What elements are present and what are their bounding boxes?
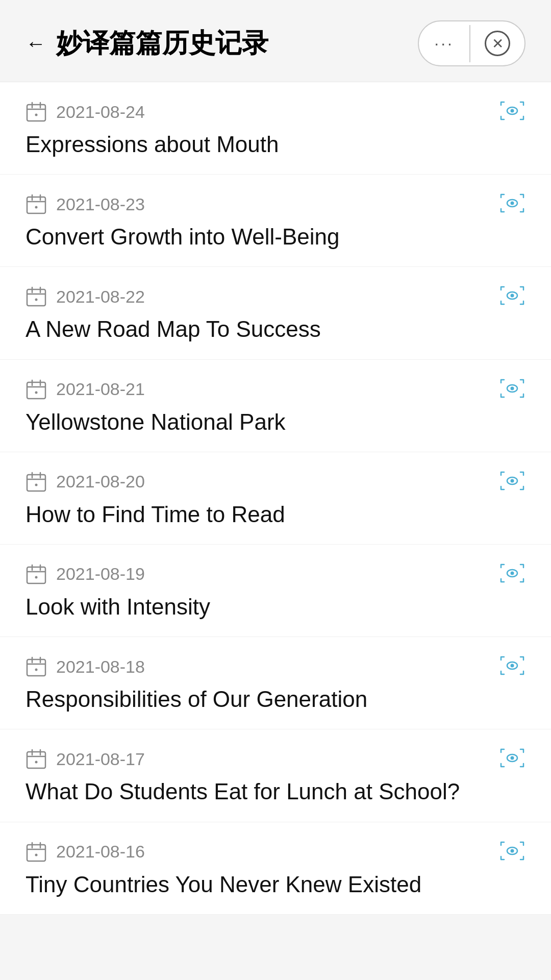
svg-point-46 (35, 669, 38, 671)
list-item[interactable]: 2021-08-16 Tiny Countries You Neve (0, 822, 551, 915)
svg-point-53 (35, 761, 38, 764)
item-date: 2021-08-18 (56, 657, 145, 677)
item-date-row-5: 2021-08-19 (26, 564, 145, 585)
history-list: 2021-08-24 Expressions about Mouth (0, 82, 551, 915)
item-title: A New Road Map To Success (26, 314, 525, 344)
item-date-row-4: 2021-08-20 (26, 471, 145, 493)
svg-point-48 (511, 664, 514, 668)
svg-point-25 (35, 391, 38, 394)
page-title: 妙译篇篇历史记录 (56, 26, 268, 61)
calendar-icon (26, 286, 47, 307)
item-title: What Do Students Eat for Lunch at School… (26, 777, 525, 806)
close-button[interactable]: ✕ (470, 21, 524, 65)
back-button[interactable]: ← (26, 32, 46, 55)
item-meta-6: 2021-08-18 (26, 655, 525, 678)
item-date: 2021-08-19 (56, 564, 145, 584)
view-icon[interactable] (499, 192, 525, 216)
page-header: ← 妙译篇篇历史记录 ··· ✕ (0, 0, 551, 82)
svg-rect-0 (27, 105, 45, 121)
view-icon[interactable] (499, 655, 525, 678)
close-icon: ✕ (485, 31, 510, 56)
list-item[interactable]: 2021-08-17 What Do Students Eat fo (0, 729, 551, 822)
svg-point-6 (511, 109, 514, 113)
svg-rect-49 (27, 752, 45, 768)
svg-point-4 (35, 114, 38, 116)
svg-point-32 (35, 483, 38, 486)
view-icon[interactable] (499, 562, 525, 586)
view-icon[interactable] (499, 840, 525, 864)
svg-point-11 (35, 206, 38, 209)
svg-rect-42 (27, 659, 45, 676)
item-meta-8: 2021-08-16 (26, 840, 525, 864)
calendar-icon (26, 101, 47, 122)
view-icon[interactable] (499, 470, 525, 494)
item-title: Expressions about Mouth (26, 130, 525, 159)
item-date-row-7: 2021-08-17 (26, 748, 145, 770)
list-item[interactable]: 2021-08-23 Convert Growth into Wel (0, 175, 551, 267)
item-date-row-2: 2021-08-22 (26, 286, 145, 307)
svg-point-20 (511, 294, 514, 298)
svg-rect-35 (27, 567, 45, 583)
item-meta-5: 2021-08-19 (26, 562, 525, 586)
header-actions: ··· ✕ (418, 20, 525, 66)
item-meta-1: 2021-08-23 (26, 192, 525, 216)
svg-rect-28 (27, 475, 45, 491)
view-icon[interactable] (499, 100, 525, 124)
svg-rect-21 (27, 382, 45, 399)
calendar-icon (26, 193, 47, 215)
list-item[interactable]: 2021-08-21 Yellowstone National Pa (0, 360, 551, 452)
list-item[interactable]: 2021-08-22 A New Road Map To Succe (0, 267, 551, 359)
list-item[interactable]: 2021-08-18 Responsibilities of Our (0, 637, 551, 729)
header-left: ← 妙译篇篇历史记录 (26, 26, 268, 61)
svg-point-55 (511, 756, 514, 760)
item-date: 2021-08-17 (56, 749, 145, 769)
item-title: How to Find Time to Read (26, 500, 525, 529)
svg-rect-14 (27, 289, 45, 306)
more-button[interactable]: ··· (419, 25, 470, 62)
view-icon[interactable] (499, 285, 525, 308)
view-icon[interactable] (499, 747, 525, 771)
item-date-row-0: 2021-08-24 (26, 101, 145, 122)
calendar-icon (26, 656, 47, 677)
item-date: 2021-08-20 (56, 472, 145, 492)
item-date: 2021-08-16 (56, 842, 145, 862)
item-title: Responsibilities of Our Generation (26, 684, 525, 714)
svg-point-60 (35, 853, 38, 856)
list-item[interactable]: 2021-08-24 Expressions about Mouth (0, 82, 551, 175)
svg-point-39 (35, 576, 38, 578)
item-title: Convert Growth into Well-Being (26, 222, 525, 251)
item-date-row-8: 2021-08-16 (26, 841, 145, 863)
svg-point-18 (35, 299, 38, 301)
item-meta-0: 2021-08-24 (26, 100, 525, 124)
item-meta-2: 2021-08-22 (26, 285, 525, 308)
svg-point-13 (511, 202, 514, 205)
svg-rect-56 (27, 845, 45, 861)
svg-point-27 (511, 386, 514, 390)
view-icon[interactable] (499, 378, 525, 401)
item-meta-4: 2021-08-20 (26, 470, 525, 494)
item-title: Look with Intensity (26, 592, 525, 621)
calendar-icon (26, 379, 47, 400)
item-date: 2021-08-24 (56, 102, 145, 122)
calendar-icon (26, 841, 47, 863)
svg-point-41 (511, 571, 514, 575)
item-meta-3: 2021-08-21 (26, 378, 525, 401)
list-item[interactable]: 2021-08-20 How to Find Time to Rea (0, 452, 551, 545)
item-date-row-6: 2021-08-18 (26, 656, 145, 677)
item-title: Tiny Countries You Never Knew Existed (26, 870, 525, 899)
item-date: 2021-08-22 (56, 287, 145, 307)
item-date-row-3: 2021-08-21 (26, 379, 145, 400)
calendar-icon (26, 748, 47, 770)
svg-rect-7 (27, 197, 45, 213)
calendar-icon (26, 564, 47, 585)
svg-point-34 (511, 479, 514, 482)
calendar-icon (26, 471, 47, 493)
item-meta-7: 2021-08-17 (26, 747, 525, 771)
item-date: 2021-08-21 (56, 379, 145, 399)
svg-point-62 (511, 849, 514, 852)
item-date: 2021-08-23 (56, 194, 145, 214)
item-date-row-1: 2021-08-23 (26, 193, 145, 215)
item-title: Yellowstone National Park (26, 407, 525, 436)
list-item[interactable]: 2021-08-19 Look with Intensity (0, 545, 551, 637)
